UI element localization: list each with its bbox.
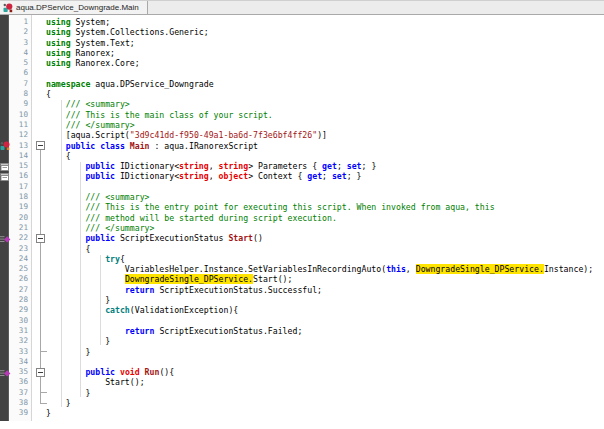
code-text: return ScriptExecutionStatus.Failed; (46, 326, 302, 336)
code-line[interactable]: 37 } (0, 388, 604, 398)
search-highlight: DowngradeSingle_DPService. (416, 264, 544, 274)
code-line[interactable]: 1using System; (0, 17, 604, 27)
code-line[interactable]: 26 DowngradeSingle_DPService.Start(); (0, 274, 604, 284)
line-number: 17 (9, 182, 28, 192)
code-text: return ScriptExecutionStatus.Successful; (46, 285, 322, 295)
line-number: 33 (9, 347, 28, 357)
line-number: 20 (9, 213, 28, 223)
code-line[interactable]: 18 /// <summary> (0, 192, 604, 202)
code-editor[interactable]: 1using System;2using System.Collections.… (0, 15, 604, 429)
code-text: [aqua.Script("3d9c41dd-f950-49a1-ba6d-7f… (46, 130, 327, 140)
tab-aqua-dpservice-downgrade-main[interactable]: aqua.DPService_Downgrade.Main (0, 1, 148, 14)
code-line[interactable]: 20 /// method will be started during scr… (0, 213, 604, 223)
method-icon (0, 368, 11, 378)
line-number: 7 (9, 79, 28, 89)
code-line[interactable]: 34 (0, 357, 604, 367)
line-number: 16 (9, 171, 28, 181)
code-line[interactable]: 38 } (0, 398, 604, 408)
fold-end-marker (40, 403, 47, 404)
code-line[interactable]: 17 (0, 182, 604, 192)
code-line[interactable]: 31 return ScriptExecutionStatus.Failed; (0, 326, 604, 336)
code-line[interactable]: 15 public IDictionary<string, string> Pa… (0, 161, 604, 171)
fold-end-marker (40, 351, 47, 352)
code-line[interactable]: 12 [aqua.Script("3d9c41dd-f950-49a1-ba6d… (0, 130, 604, 140)
line-number: 36 (9, 377, 28, 387)
code-text: using Ranorex.Core; (46, 58, 140, 68)
code-line[interactable]: 29 catch(ValidationException){ (0, 305, 604, 315)
fold-end-marker (40, 392, 47, 393)
line-number: 37 (9, 388, 28, 398)
code-line[interactable]: 14 { (0, 151, 604, 161)
code-text: public class Main : aqua.IRanorexScript (46, 141, 258, 151)
code-line[interactable]: 23 { (0, 244, 604, 254)
code-text: } (46, 347, 90, 357)
code-area[interactable]: 1using System;2using System.Collections.… (0, 17, 604, 419)
code-line[interactable]: 5using Ranorex.Core; (0, 58, 604, 68)
code-line[interactable]: 16 public IDictionary<string, object> Co… (0, 171, 604, 181)
code-line[interactable]: 22 public ScriptExecutionStatus Start() (0, 233, 604, 243)
fold-collapse-button[interactable] (36, 141, 45, 150)
line-number: 3 (9, 38, 28, 48)
code-line[interactable]: 10 /// This is the main class of your sc… (0, 110, 604, 120)
code-line[interactable]: 8{ (0, 89, 604, 99)
code-text: } (46, 408, 51, 418)
code-text: /// This is the entry point for executin… (46, 202, 495, 212)
line-number: 26 (9, 274, 28, 284)
code-line[interactable]: 7namespace aqua.DPService_Downgrade (0, 79, 604, 89)
code-line[interactable]: 25 VariablesHelper.Instance.SetVariables… (0, 264, 604, 274)
code-line[interactable]: 3using System.Text; (0, 38, 604, 48)
code-line[interactable]: 19 /// This is the entry point for execu… (0, 202, 604, 212)
code-line[interactable]: 21 /// </summary> (0, 223, 604, 233)
line-number: 32 (9, 336, 28, 346)
indent-guide (80, 162, 81, 397)
code-text: public IDictionary<string, string> Param… (46, 161, 376, 171)
code-line[interactable]: 28 } (0, 295, 604, 305)
code-line[interactable]: 33 } (0, 347, 604, 357)
line-number: 1 (9, 17, 28, 27)
line-number: 4 (9, 48, 28, 58)
code-line[interactable]: 35 public void Run(){ (0, 367, 604, 377)
search-highlight: DowngradeSingle_DPService. (125, 274, 253, 284)
code-line[interactable]: 13 public class Main : aqua.IRanorexScri… (0, 141, 604, 151)
tab-bar: aqua.DPService_Downgrade.Main (0, 0, 604, 15)
code-line[interactable]: 30 (0, 316, 604, 326)
code-line[interactable]: 2using System.Collections.Generic; (0, 27, 604, 37)
code-line[interactable]: 27 return ScriptExecutionStatus.Successf… (0, 285, 604, 295)
code-line[interactable]: 24 try{ (0, 254, 604, 264)
code-text: /// method will be started during script… (46, 213, 337, 223)
code-text: /// <summary> (46, 99, 130, 109)
line-number: 27 (9, 285, 28, 295)
line-number: 38 (9, 398, 28, 408)
indent-guide (100, 255, 101, 345)
code-line[interactable]: 36 Start(); (0, 377, 604, 387)
line-number: 9 (9, 99, 28, 109)
line-number: 35 (9, 367, 28, 377)
code-text: public IDictionary<string, object> Conte… (46, 171, 362, 181)
code-line[interactable]: 9 /// <summary> (0, 99, 604, 109)
line-number: 11 (9, 120, 28, 130)
code-line[interactable]: 32 } (0, 336, 604, 346)
line-number: 19 (9, 202, 28, 212)
fold-line (40, 150, 41, 403)
code-line[interactable]: 39} (0, 408, 604, 418)
code-line[interactable]: 4using Ranorex; (0, 48, 604, 58)
code-text: } (46, 388, 90, 398)
code-text: VariablesHelper.Instance.SetVariablesInR… (46, 264, 593, 274)
code-text: using Ranorex; (46, 48, 115, 58)
fold-collapse-button[interactable] (36, 368, 45, 377)
line-number: 25 (9, 264, 28, 274)
line-number: 29 (9, 305, 28, 315)
line-number: 18 (9, 192, 28, 202)
code-line[interactable]: 11 /// </summary> (0, 120, 604, 130)
line-number: 15 (9, 161, 28, 171)
code-text: DowngradeSingle_DPService.Start(); (46, 274, 292, 284)
line-number: 12 (9, 130, 28, 140)
fold-collapse-button[interactable] (36, 234, 45, 243)
line-number: 31 (9, 326, 28, 336)
line-number: 2 (9, 27, 28, 37)
line-number: 23 (9, 244, 28, 254)
code-line[interactable]: 6 (0, 68, 604, 78)
code-text: /// This is the main class of your scrip… (46, 110, 273, 120)
code-text: using System; (46, 17, 110, 27)
script-icon (0, 141, 11, 151)
